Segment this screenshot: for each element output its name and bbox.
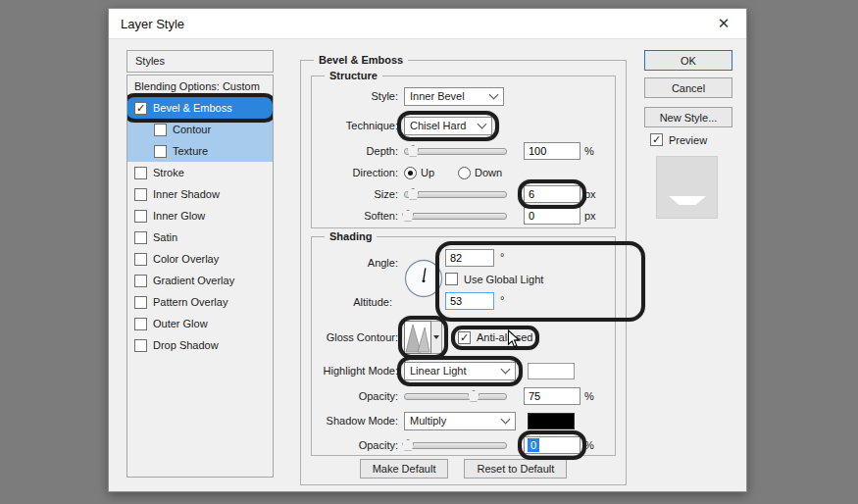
highlight-mode-row: Highlight Mode: Linear Light — [318, 361, 609, 380]
depth-row: Depth: % — [318, 141, 609, 161]
dialog-title: Layer Style — [121, 17, 184, 31]
depth-input[interactable] — [524, 142, 580, 160]
highlight-mode-dropdown[interactable]: Linear Light — [404, 362, 516, 380]
opacity-label: Opacity: — [318, 390, 398, 402]
altitude-input[interactable] — [445, 292, 494, 310]
sidebar-item-stroke[interactable]: Stroke — [127, 162, 273, 183]
sidebar-item-inner-glow[interactable]: Inner Glow — [127, 205, 273, 227]
shadow-opacity-input[interactable]: 0 — [524, 436, 580, 454]
gloss-contour-label: Gloss Contour: — [318, 331, 398, 343]
sidebar-item-label: Texture — [173, 145, 208, 157]
highlight-opacity-input[interactable] — [524, 387, 580, 405]
structure-group: Structure Style: Inner Bevel Technique: … — [311, 76, 616, 228]
sidebar-item-color-overlay[interactable]: Color Overlay — [127, 248, 273, 270]
angle-unit: ° — [500, 251, 504, 263]
contour-thumbnail-icon — [404, 321, 431, 354]
preview-toggle[interactable]: ✓ Preview — [650, 133, 707, 146]
sidebar-item-pattern-overlay[interactable]: Pattern Overlay — [127, 291, 273, 313]
chevron-down-icon — [501, 415, 511, 425]
shadow-opacity-label: Opacity: — [318, 439, 398, 451]
style-checkbox[interactable] — [154, 145, 167, 158]
sidebar-item-outer-glow[interactable]: Outer Glow — [127, 313, 273, 334]
sidebar-item-inner-shadow[interactable]: Inner Shadow — [127, 183, 273, 205]
style-checkbox[interactable] — [134, 339, 147, 352]
highlight-mode-label: Highlight Mode: — [318, 365, 398, 377]
triangle-down-icon — [433, 335, 439, 339]
shadow-mode-dropdown[interactable]: Multiply — [404, 412, 516, 430]
use-global-light-label: Use Global Light — [464, 274, 543, 285]
cancel-button[interactable]: Cancel — [644, 77, 732, 98]
sidebar-item-label: Blending Options: Custom — [134, 80, 260, 92]
ok-button[interactable]: OK — [644, 50, 732, 71]
sidebar-item-texture[interactable]: Texture — [127, 140, 273, 162]
preview-checkbox[interactable]: ✓ — [650, 133, 663, 146]
sidebar-item-label: Inner Shadow — [153, 188, 220, 200]
antialiased-checkbox[interactable]: ✓ — [458, 331, 471, 344]
slider-thumb[interactable] — [468, 390, 479, 402]
angle-input[interactable] — [445, 249, 494, 267]
highlight-opacity-slider[interactable] — [404, 393, 507, 400]
style-checkbox[interactable] — [134, 188, 147, 201]
angle-label: Angle: — [318, 257, 398, 269]
size-row: Size: px — [318, 184, 609, 204]
soften-input[interactable] — [524, 207, 580, 225]
shadow-mode-value: Multiply — [410, 415, 446, 427]
angle-dial[interactable] — [404, 259, 443, 300]
chevron-down-icon — [478, 120, 487, 129]
style-checkbox[interactable] — [134, 318, 147, 330]
style-checkbox[interactable] — [154, 124, 167, 136]
sidebar-item-label: Inner Glow — [153, 210, 205, 222]
shadow-opacity-slider[interactable] — [404, 442, 507, 449]
sidebar-item-drop-shadow[interactable]: Drop Shadow — [127, 334, 273, 356]
sidebar-item-satin[interactable]: Satin — [127, 227, 273, 248]
bevel-preview-shape — [669, 196, 706, 205]
preview-label: Preview — [669, 134, 707, 146]
structure-title: Structure — [325, 70, 382, 81]
gloss-contour-picker[interactable] — [404, 321, 442, 354]
depth-slider[interactable] — [404, 148, 507, 155]
style-checkbox[interactable] — [134, 253, 147, 266]
contour-dropdown-arrow[interactable] — [431, 321, 442, 354]
size-input[interactable] — [524, 185, 580, 203]
use-global-light-checkbox[interactable] — [445, 273, 458, 285]
depth-unit: % — [584, 145, 594, 157]
size-slider[interactable] — [404, 191, 507, 198]
styles-header: Styles — [126, 50, 274, 73]
sidebar-item-gradient-overlay[interactable]: Gradient Overlay — [127, 270, 273, 291]
style-checkbox[interactable] — [134, 275, 147, 287]
new-style-button[interactable]: New Style... — [644, 107, 732, 127]
style-checkbox[interactable] — [134, 231, 147, 244]
sidebar-item-blending-options-custom[interactable]: Blending Options: Custom — [127, 76, 273, 97]
highlight-color-swatch[interactable] — [528, 363, 575, 379]
sidebar-item-contour[interactable]: Contour — [127, 119, 273, 140]
bevel-emboss-group: Bevel & Emboss Structure Style: Inner Be… — [300, 60, 627, 485]
sidebar-item-label: Stroke — [153, 167, 184, 178]
slider-thumb[interactable] — [402, 439, 414, 451]
style-checkbox[interactable]: ✓ — [134, 102, 147, 115]
direction-label: Direction: — [318, 167, 398, 178]
soften-slider[interactable] — [404, 213, 507, 220]
style-checkbox[interactable] — [134, 210, 147, 223]
opacity-row: Opacity: % — [318, 386, 609, 406]
style-checkbox[interactable] — [134, 296, 147, 309]
sidebar-item-bevel-emboss[interactable]: ✓Bevel & Emboss — [127, 97, 273, 119]
sidebar-item-label: Satin — [153, 231, 177, 243]
shading-group: Shading Angle: ° Use Global Light Altitu… — [311, 236, 616, 456]
style-checkbox[interactable] — [134, 167, 147, 179]
direction-up-radio[interactable] — [404, 167, 417, 179]
soften-row: Soften: px — [318, 206, 609, 226]
shadow-color-swatch[interactable] — [528, 413, 575, 429]
technique-row: Technique: Chisel Hard — [318, 116, 609, 135]
altitude-unit: ° — [500, 294, 504, 306]
slider-thumb[interactable] — [407, 188, 419, 200]
technique-dropdown[interactable]: Chisel Hard — [404, 117, 492, 135]
slider-thumb[interactable] — [407, 145, 419, 157]
style-dropdown[interactable]: Inner Bevel — [404, 87, 504, 106]
close-icon[interactable]: ✕ — [713, 15, 734, 32]
make-default-button[interactable]: Make Default — [360, 459, 449, 479]
direction-down-radio[interactable] — [458, 167, 471, 179]
slider-thumb[interactable] — [402, 210, 414, 222]
depth-label: Depth: — [318, 145, 398, 157]
reset-to-default-button[interactable]: Reset to Default — [464, 459, 567, 479]
mouse-cursor-icon — [507, 329, 521, 351]
